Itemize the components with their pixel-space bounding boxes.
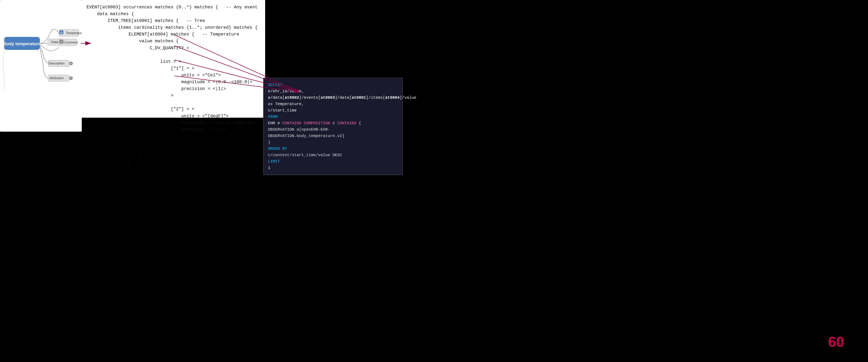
archetype-code: EVENT[at0003] occurrences matches {0..*}…: [87, 4, 260, 167]
ehr-id-line: e/ehr_id/value,: [268, 89, 304, 94]
data-label: Data: [51, 40, 58, 44]
sql-order-by-line: ORDER BY: [268, 146, 398, 152]
comment-tag-label: Comment: [64, 41, 78, 44]
sql-limit-line: LIMIT: [268, 158, 398, 165]
data-path-pre: a/data[: [268, 95, 285, 100]
close-paren: ): [268, 140, 270, 145]
main-container: Body temperature Data : Q Temperature T …: [0, 0, 868, 362]
composition-keyword: COMPOSITION: [304, 121, 330, 125]
sql-data-line: a/data[at0002]/events[at0003]/data[at000…: [268, 94, 398, 107]
mindmap-panel: Body temperature Data : Q Temperature T …: [0, 0, 82, 132]
ehr-e: EHR e: [268, 121, 282, 125]
sql-ehr-line: e/ehr_id/value,: [268, 88, 398, 94]
at0001: at0001: [352, 95, 366, 100]
q-icon-text: Q: [60, 31, 62, 34]
t-icon-text: T: [61, 40, 62, 43]
description-label: Description: [49, 62, 65, 65]
sql-order-val: c/context/start_time/value DESC: [268, 152, 398, 158]
sql-from-detail: EHR e CONTAINS COMPOSITION c CONTAINS (: [268, 120, 398, 126]
contains-2: CONTAINS: [337, 121, 356, 125]
sql-start-time-line: c/start_time: [268, 107, 398, 114]
body-temp-label: Body temperature: [3, 41, 41, 46]
sql-from-line: FROM: [268, 114, 398, 120]
from-keyword: FROM: [268, 115, 278, 119]
at0003: at0003: [320, 95, 335, 100]
order-by-keyword: ORDER BY: [268, 146, 287, 151]
code-panel: EVENT[at0003] occurrences matches {0..*}…: [82, 0, 265, 118]
slide-number: 60: [828, 334, 844, 350]
order-value: c/context/start_time/value DESC: [268, 153, 342, 157]
contains-1: CONTAINS: [282, 121, 302, 125]
as-keyword: as: [268, 102, 273, 106]
start-time: c/start_time: [268, 108, 297, 113]
mindmap-svg: Body temperature Data : Q Temperature T …: [0, 0, 82, 132]
select-keyword: SELECT: [268, 83, 282, 87]
at0002: at0002: [285, 95, 299, 100]
sql-close-paren: ): [268, 139, 398, 146]
sql-limit-val-line: 1: [268, 165, 398, 171]
sql-select-line: SELECT: [268, 82, 398, 88]
at0004: at0004: [385, 95, 400, 100]
attribution-plus-text: +: [70, 77, 72, 80]
limit-value: 1: [268, 165, 270, 170]
attribution-label: Attribution: [50, 77, 64, 80]
limit-keyword: LIMIT: [268, 159, 280, 164]
temperature-tag-label: Temperature: [66, 31, 82, 35]
sql-observation-line: OBSERVATION a[openEHR-EHR-OBSERVATION.bo…: [268, 126, 398, 139]
observation-line: OBSERVATION a[openEHR-EHR-OBSERVATION.bo…: [268, 127, 344, 138]
sql-panel: SELECT e/ehr_id/value, a/data[at0002]/ev…: [263, 78, 403, 175]
description-plus-text: +: [70, 62, 72, 65]
